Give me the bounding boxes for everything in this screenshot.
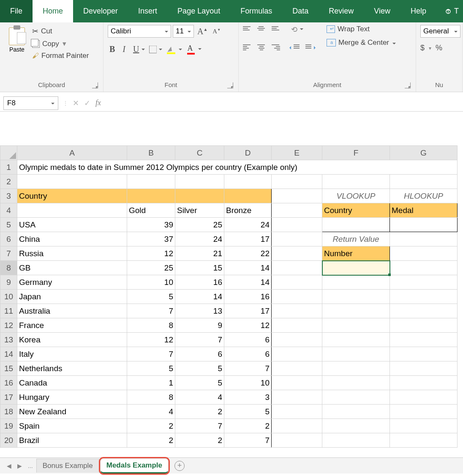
cell[interactable]: 4 [175,390,224,405]
cell[interactable] [390,347,458,361]
tab-insert[interactable]: Insert [128,0,167,22]
cell[interactable]: 22 [224,246,272,261]
cell[interactable] [272,189,322,203]
cell[interactable] [322,390,390,405]
formula-input[interactable] [105,96,460,110]
cell[interactable] [322,304,390,318]
row-header[interactable]: 3 [0,189,17,203]
cell[interactable] [322,275,390,290]
name-box[interactable]: F8 [3,96,58,110]
cell[interactable] [390,218,458,232]
cell[interactable] [175,175,224,189]
currency-button[interactable]: $ [420,44,425,52]
row-header[interactable]: 6 [0,232,17,246]
cell[interactable] [322,175,390,189]
cell[interactable]: Japan [17,290,127,304]
cell[interactable] [390,261,458,275]
cell[interactable]: 21 [175,246,224,261]
cell[interactable] [127,189,175,203]
col-header-C[interactable]: C [175,146,224,160]
cell[interactable]: 17 [224,232,272,246]
cell[interactable] [390,333,458,347]
cell[interactable] [390,376,458,390]
cell[interactable]: 2 [127,419,175,433]
cell[interactable]: 12 [127,333,175,347]
cell[interactable] [272,203,322,218]
align-middle-button[interactable] [257,26,266,33]
cell[interactable]: 5 [175,376,224,390]
row-header[interactable]: 10 [0,290,17,304]
tab-view[interactable]: View [364,0,400,22]
cell[interactable]: Netherlands [17,361,127,376]
cell[interactable]: 24 [224,218,272,232]
cell[interactable]: 16 [175,275,224,290]
cell[interactable]: 7 [224,361,272,376]
cell[interactable] [272,290,322,304]
font-dialog-launcher[interactable] [227,82,233,88]
copy-button[interactable]: Copy▾ [31,38,90,50]
cell[interactable]: 7 [127,304,175,318]
cell[interactable]: 9 [175,318,224,333]
cell[interactable]: 2 [175,405,224,419]
sheet-nav-prev[interactable]: ◀ [4,461,14,471]
decrease-indent-button[interactable] [291,44,300,51]
cell[interactable] [272,218,322,232]
row-header[interactable]: 13 [0,333,17,347]
cell[interactable]: 37 [127,232,175,246]
row-header[interactable]: 17 [0,390,17,405]
cell[interactable] [390,405,458,419]
cell[interactable]: 12 [127,246,175,261]
cell[interactable]: 10 [127,275,175,290]
cell[interactable]: 6 [224,347,272,361]
tab-developer[interactable]: Developer [73,0,128,22]
percent-button[interactable]: % [436,44,442,52]
align-center-button[interactable] [257,44,266,51]
cell[interactable]: Spain [17,419,127,433]
cell[interactable] [272,419,322,433]
active-cell[interactable] [322,261,390,275]
cell[interactable] [322,290,390,304]
cell[interactable]: 8 [127,318,175,333]
cell[interactable] [390,175,458,189]
align-right-button[interactable] [272,44,280,51]
font-size-dropdown[interactable]: 11 [173,25,194,38]
col-header-F[interactable]: F [322,146,390,160]
cell[interactable]: Canada [17,376,127,390]
wrap-text-button[interactable]: Wrap Text [327,25,396,33]
row-header[interactable]: 2 [0,175,17,189]
cell[interactable]: 12 [224,318,272,333]
cell[interactable]: HLOOKUP [390,189,458,203]
format-painter-button[interactable]: Format Painter [31,50,90,62]
cell[interactable]: 24 [175,232,224,246]
cell[interactable] [272,261,322,275]
cell[interactable]: 14 [224,261,272,275]
cell[interactable]: 15 [175,261,224,275]
cell[interactable] [390,419,458,433]
cell[interactable]: 7 [175,419,224,433]
cell[interactable]: 14 [224,275,272,290]
align-bottom-button[interactable] [272,26,280,33]
col-header-D[interactable]: D [224,146,272,160]
cell[interactable] [272,304,322,318]
cut-button[interactable]: Cut [31,25,90,38]
cell[interactable] [322,218,390,232]
increase-indent-button[interactable] [305,44,314,51]
cell[interactable]: Medal [390,203,458,218]
cell[interactable]: 4 [127,405,175,419]
cell[interactable] [224,189,272,203]
cell[interactable]: Silver [175,203,224,218]
cell[interactable]: 16 [224,290,272,304]
cell[interactable] [127,175,175,189]
underline-button[interactable]: U [131,44,145,55]
tab-formulas[interactable]: Formulas [230,0,282,22]
cell[interactable]: 6 [224,333,272,347]
sheet-tab-medals[interactable]: Medals Example [100,458,169,473]
cell[interactable]: 7 [175,333,224,347]
cell[interactable]: Country [17,189,127,203]
cell[interactable] [390,246,458,261]
font-color-button[interactable]: A [185,44,196,55]
cell[interactable]: Return Value [322,232,390,246]
clipboard-dialog-launcher[interactable] [92,82,98,88]
cell[interactable] [322,419,390,433]
col-header-B[interactable]: B [127,146,175,160]
